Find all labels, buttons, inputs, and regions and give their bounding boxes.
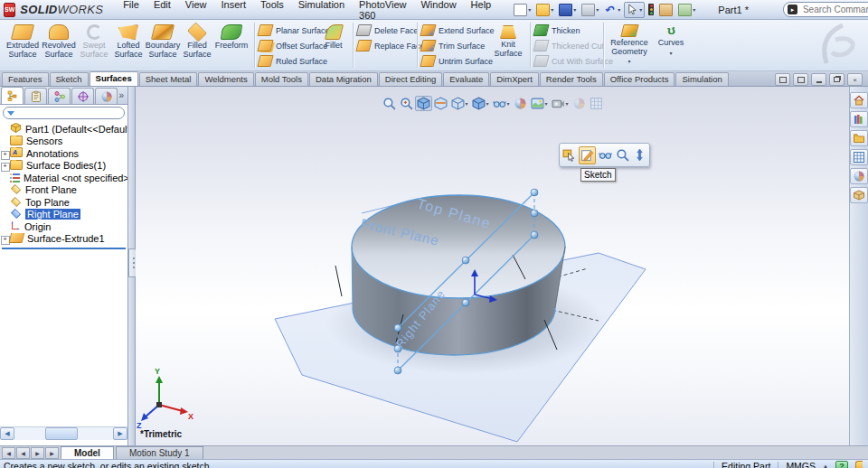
tree-item-right-plane[interactable]: Right Plane xyxy=(0,209,127,221)
hide-show-items-button[interactable]: ▾ xyxy=(490,96,511,111)
menu-photoview360[interactable]: PhotoView 360 xyxy=(352,0,413,23)
tree-horizontal-scrollbar[interactable]: ◀ ▶ xyxy=(0,426,127,440)
doc-minimize-button[interactable] xyxy=(811,73,826,86)
prev-tab-button[interactable]: ◀ xyxy=(16,447,30,459)
previous-view-button[interactable] xyxy=(414,96,431,111)
edit-appearance-button[interactable] xyxy=(512,96,529,111)
print-button[interactable]: ▾ xyxy=(580,2,600,17)
view-settings-button[interactable]: ▾ xyxy=(550,96,571,111)
appearances-scenes-tab[interactable] xyxy=(850,168,868,184)
graphics-viewport[interactable]: Top Plane Front Plane Right Plane Y X Z xyxy=(136,87,849,445)
tree-item-material[interactable]: Material <not specified> xyxy=(0,172,127,184)
undo-button[interactable]: ↶▾ xyxy=(602,2,622,17)
motion-study-tab[interactable]: Motion Study 1 xyxy=(116,446,203,459)
rebuild-button[interactable] xyxy=(646,2,656,17)
normal-to-button[interactable] xyxy=(632,147,647,164)
tab-office-products[interactable]: Office Products xyxy=(604,72,675,86)
sketch-button[interactable] xyxy=(579,146,596,164)
view-palette-tab[interactable] xyxy=(850,149,868,165)
zoom-to-area-button[interactable] xyxy=(397,96,414,111)
doc-close-button[interactable]: × xyxy=(847,73,863,86)
zoom-to-fit-button[interactable] xyxy=(380,96,397,111)
options-button[interactable] xyxy=(657,2,675,17)
tree-filter-input[interactable] xyxy=(3,107,125,119)
display-style-button[interactable]: ▾ xyxy=(469,96,490,111)
revolved-surface-button[interactable]: RevolvedSurface xyxy=(41,21,77,68)
expand-toggle[interactable]: + xyxy=(1,151,10,160)
view-orientation-button[interactable]: ▾ xyxy=(448,96,469,111)
magnify-button[interactable] xyxy=(615,147,630,164)
rollback-bar[interactable] xyxy=(2,248,126,249)
extend-surface-button[interactable]: Extend Surface xyxy=(421,23,495,38)
search-input[interactable] xyxy=(801,4,868,15)
file-explorer-tab[interactable] xyxy=(850,130,868,146)
doc-window-icon[interactable] xyxy=(775,73,790,86)
replace-face-button[interactable]: Replace Face xyxy=(357,38,425,53)
status-help-icon[interactable]: ? xyxy=(835,461,848,468)
featuremanager-tab[interactable] xyxy=(1,87,24,104)
last-tab-button[interactable]: ▶ xyxy=(45,447,59,459)
scrollbar-thumb[interactable] xyxy=(45,427,78,440)
tab-weldments[interactable]: Weldments xyxy=(198,72,253,86)
design-library-tab[interactable] xyxy=(850,111,868,127)
tab-simulation[interactable]: Simulation xyxy=(675,72,728,86)
extruded-surface-button[interactable]: ExtrudedSurface xyxy=(5,21,41,68)
reference-geometry-button[interactable]: ReferenceGeometry▾ xyxy=(607,21,652,68)
tab-direct-editing[interactable]: Direct Editing xyxy=(379,72,443,86)
menu-insert[interactable]: Insert xyxy=(214,0,254,23)
tab-render-tools[interactable]: Render Tools xyxy=(540,72,603,86)
tab-mold-tools[interactable]: Mold Tools xyxy=(255,72,308,86)
first-tab-button[interactable]: ◀ xyxy=(2,447,15,459)
scroll-left-button[interactable]: ◀ xyxy=(0,427,14,440)
tree-item-origin[interactable]: Origin xyxy=(0,220,127,233)
tab-features[interactable]: Features xyxy=(2,72,49,86)
menu-tools[interactable]: Tools xyxy=(253,0,291,23)
tab-dimxpert[interactable]: DimXpert xyxy=(490,72,539,86)
tree-item-annotations[interactable]: + A Annotations xyxy=(0,147,127,160)
new-document-button[interactable]: ▾ xyxy=(512,2,533,17)
next-tab-button[interactable]: ▶ xyxy=(31,447,44,459)
tab-evaluate[interactable]: Evaluate xyxy=(443,72,489,86)
trim-surface-button[interactable]: Trim Surface xyxy=(421,38,495,53)
tree-item-surface-bodies[interactable]: + Surface Bodies(1) xyxy=(0,160,127,173)
rotate-view-button[interactable] xyxy=(571,96,588,111)
tab-surfaces[interactable]: Surfaces xyxy=(90,71,138,86)
model-tab[interactable]: Model xyxy=(61,446,114,459)
edit-feature-button[interactable] xyxy=(561,147,577,164)
delete-face-button[interactable]: Delete Face xyxy=(357,23,425,38)
doc-restore-button[interactable] xyxy=(829,73,844,86)
file-properties-button[interactable]: ▾ xyxy=(676,2,697,17)
apply-scene-button[interactable]: ▾ xyxy=(529,96,550,111)
hide-show-button[interactable] xyxy=(598,147,613,164)
tab-data-migration[interactable]: Data Migration xyxy=(309,72,378,86)
tree-item-top-plane[interactable]: Top Plane xyxy=(0,196,127,209)
tab-sheet-metal[interactable]: Sheet Metal xyxy=(139,72,198,86)
scroll-right-button[interactable]: ▶ xyxy=(113,427,127,440)
fillet-button[interactable]: Fillet xyxy=(318,21,349,68)
displaymanager-tab[interactable] xyxy=(95,88,118,104)
expand-toggle[interactable]: + xyxy=(1,163,10,172)
thicken-button[interactable]: Thicken xyxy=(534,23,613,38)
propertymanager-tab[interactable] xyxy=(24,88,47,104)
tree-item-front-plane[interactable]: Front Plane xyxy=(0,184,127,197)
menu-simulation[interactable]: Simulation xyxy=(291,0,352,23)
menu-window[interactable]: Window xyxy=(413,0,463,23)
untrim-surface-button[interactable]: Untrim Surface xyxy=(421,53,495,69)
dimxpertmanager-tab[interactable] xyxy=(71,88,94,104)
custom-properties-tab[interactable] xyxy=(850,187,868,203)
select-tool-button[interactable]: ▾ xyxy=(624,2,645,18)
dropdown-caret-icon[interactable]: ▾ xyxy=(627,58,630,64)
units-label[interactable]: MMGS xyxy=(786,461,816,468)
configurationmanager-tab[interactable] xyxy=(48,88,71,104)
panel-splitter[interactable] xyxy=(128,87,136,445)
menu-file[interactable]: File xyxy=(116,0,146,23)
filled-surface-button[interactable]: FilledSurface xyxy=(179,21,215,68)
pan-button[interactable] xyxy=(588,96,605,111)
doc-window-icon[interactable] xyxy=(793,73,808,86)
knit-surface-button[interactable]: KnitSurface xyxy=(490,21,526,68)
tree-item-part[interactable]: Part1 (Default<<Default>_Displa xyxy=(0,123,127,136)
units-caret-icon[interactable]: ▲ xyxy=(823,463,828,468)
lofted-surface-button[interactable]: LoftedSurface xyxy=(110,21,146,68)
search-scope-icon[interactable]: ▸ xyxy=(788,5,797,14)
curves-button[interactable]: ʊCurves▾ xyxy=(654,21,688,68)
